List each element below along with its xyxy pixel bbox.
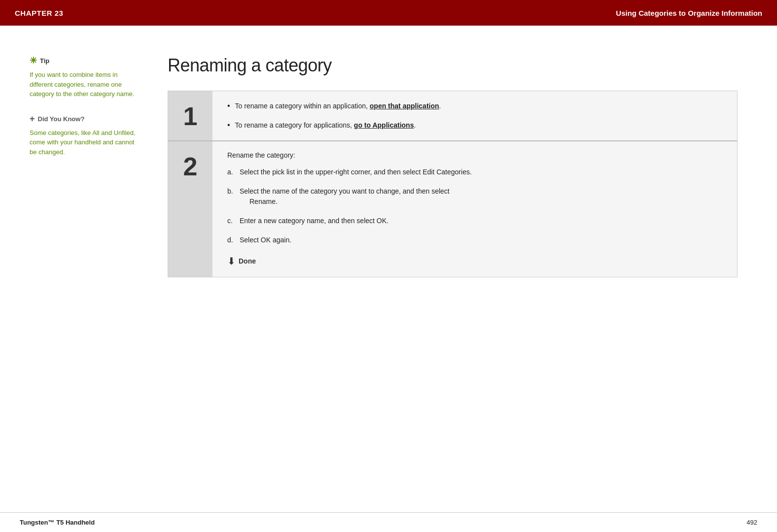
done-row: ⬇ Done (227, 255, 722, 267)
tip-text: If you want to combine items in differen… (30, 70, 138, 99)
go-to-applications-link[interactable]: go to Applications (354, 121, 414, 129)
tip-icon: ✳ (30, 55, 37, 66)
step-2a-text: Select the pick list in the upper-right … (240, 167, 472, 177)
step-1-list: • To rename a category within an applica… (227, 101, 722, 131)
step-1-content: • To rename a category within an applica… (212, 91, 737, 140)
did-you-know-block: + Did You Know? Some categories, like Al… (30, 114, 138, 157)
step-2-row: 2 Rename the category: a. Select the pic… (168, 141, 737, 277)
page-content: ✳ Tip If you want to combine items in di… (0, 26, 777, 512)
list-label-b: b. (227, 186, 240, 197)
list-label-c: c. (227, 216, 240, 226)
bullet-icon: • (227, 120, 230, 131)
list-item: • To rename a category within an applica… (227, 101, 722, 111)
done-icon: ⬇ (227, 255, 236, 267)
footer-left: Tungsten™ T5 Handheld (20, 519, 95, 526)
step-2c-text: Enter a new category name, and then sele… (240, 216, 388, 226)
step-2-number-cell: 2 (168, 141, 212, 277)
list-item: • To rename a category for applications,… (227, 120, 722, 131)
header-bar: CHAPTER 23 Using Categories to Organize … (0, 0, 777, 26)
list-label-a: a. (227, 167, 240, 177)
step-2-number: 2 (183, 154, 198, 179)
page-heading: Renaming a category (168, 55, 738, 76)
step-2-list: a. Select the pick list in the upper-rig… (227, 167, 722, 245)
done-label: Done (239, 257, 256, 265)
tip-header: ✳ Tip (30, 55, 138, 66)
step-2-title: Rename the category: (227, 151, 722, 159)
step-1-bullet-2: To rename a category for applications, g… (235, 120, 416, 131)
step-1-number-cell: 1 (168, 91, 212, 140)
list-item: b. Select the name of the category you w… (227, 186, 722, 207)
step-1-row: 1 • To rename a category within an appli… (168, 91, 737, 141)
footer-page-number: 492 (746, 519, 757, 526)
did-you-know-icon: + (30, 114, 35, 124)
did-you-know-header: + Did You Know? (30, 114, 138, 124)
list-item: a. Select the pick list in the upper-rig… (227, 167, 722, 177)
list-item: c. Enter a new category name, and then s… (227, 216, 722, 226)
footer: Tungsten™ T5 Handheld 492 (0, 512, 777, 532)
step-2b-text: Select the name of the category you want… (240, 186, 450, 207)
tip-label: Tip (40, 57, 49, 65)
chapter-label: CHAPTER 23 (15, 9, 63, 17)
list-item: d. Select OK again. (227, 235, 722, 245)
list-label-d: d. (227, 235, 240, 245)
step-2-content: Rename the category: a. Select the pick … (212, 141, 737, 277)
main-content: Renaming a category 1 • To rename a cate… (153, 55, 777, 483)
step-2b-sub: Rename. (249, 198, 278, 205)
did-you-know-text: Some categories, like All and Unfiled, c… (30, 128, 138, 157)
step-1-number: 1 (183, 103, 198, 129)
bullet-icon: • (227, 101, 230, 111)
tip-block: ✳ Tip If you want to combine items in di… (30, 55, 138, 99)
step-1-bullet-1: To rename a category within an applicati… (235, 101, 441, 111)
step-2d-text: Select OK again. (240, 235, 291, 245)
chapter-title: Using Categories to Organize Information (616, 9, 762, 17)
open-application-link[interactable]: open that application (370, 102, 439, 110)
steps-container: 1 • To rename a category within an appli… (168, 91, 738, 277)
sidebar: ✳ Tip If you want to combine items in di… (0, 55, 153, 483)
did-you-know-label: Did You Know? (38, 115, 85, 123)
